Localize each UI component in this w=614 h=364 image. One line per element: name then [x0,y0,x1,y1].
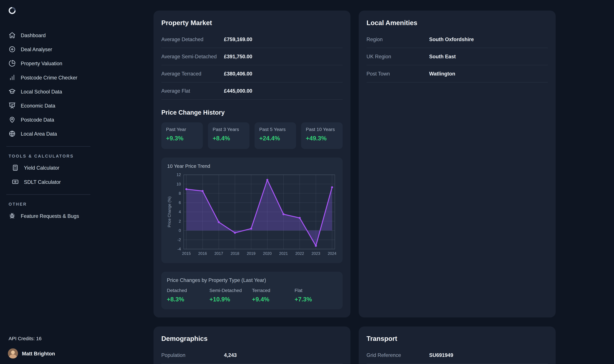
info-row: Grid Reference SU691949 [366,347,548,364]
card-title: Demographics [161,335,343,343]
svg-text:4: 4 [179,210,181,214]
svg-text:0: 0 [179,228,181,233]
sidebar-item-economic-data[interactable]: Economic Data [6,99,96,113]
svg-text:-2: -2 [178,238,181,242]
sidebar-item-postcode-data[interactable]: Postcode Data [6,113,96,127]
svg-text:12: 12 [177,173,181,177]
svg-text:2016: 2016 [198,251,207,256]
sidebar-item-sdlt-calculator[interactable]: SDLT Calculator [6,175,96,189]
app: Dashboard Deal Analyser Property Valuati… [0,0,614,364]
stat-past-10-years: Past 10 Years +49.3% [301,122,343,149]
sidebar-footer: API Credits: 16 Matt Brighton [6,336,96,359]
svg-text:10: 10 [177,182,181,186]
pie-chart-icon [9,60,16,67]
graduation-cap-icon [9,88,16,95]
info-label: Region [366,36,429,42]
stat-value: +8.4% [212,135,245,142]
stat-label: Past 3 Years [212,127,245,132]
stat-label: Terraced [252,288,294,293]
by-type-flat: Flat +7.3% [294,288,337,303]
info-label: Average Terraced [161,71,224,77]
info-value: £391,750.00 [224,53,343,59]
card-title: Local Amenities [366,19,548,27]
info-label: Average Detached [161,36,224,42]
card-title: Transport [366,335,548,343]
plus-circle-icon [9,46,16,53]
by-type-title: Price Changes by Property Type (Last Yea… [167,277,337,283]
price-change-stats: Past Year +9.3% Past 3 Years +8.4% Past … [161,122,343,149]
info-row: Average Semi-Detached £391,750.00 [161,48,343,65]
by-type-terraced: Terraced +9.4% [252,288,294,303]
presentation-chart-icon [9,102,16,109]
stat-label: Flat [294,288,337,293]
info-value: South East [429,53,548,59]
map-pin-icon [9,116,16,123]
bug-icon [9,212,16,219]
user-profile[interactable]: Matt Brighton [6,348,96,359]
info-label: Average Flat [161,88,224,94]
svg-text:2020: 2020 [263,251,272,256]
api-credits: API Credits: 16 [9,336,96,341]
main-content: Property Market Average Detached £759,16… [102,0,614,364]
transport-card: Transport Grid Reference SU691949 [359,326,556,364]
svg-text:6: 6 [179,200,181,205]
info-value: 4,243 [224,352,343,358]
sidebar-item-property-valuation[interactable]: Property Valuation [6,56,96,70]
svg-text:2015: 2015 [182,251,191,256]
info-label: Post Town [366,71,429,77]
logo-icon [8,6,16,15]
sidebar-item-dashboard[interactable]: Dashboard [6,28,96,42]
info-value: Watlington [429,71,548,77]
sidebar-item-yield-calculator[interactable]: Yield Calculator [6,161,96,175]
app-logo[interactable] [8,6,16,15]
sidebar-item-label: Dashboard [21,32,46,38]
avatar [8,348,18,359]
bar-chart-icon [9,74,16,81]
info-row: Population 4,243 [161,347,343,364]
info-value: South Oxfordshire [429,36,548,42]
info-label: Population [161,352,224,358]
by-type-detached: Detached +8.3% [167,288,209,303]
sidebar-item-local-area-data[interactable]: Local Area Data [6,127,96,141]
stat-value: +9.4% [252,296,294,303]
property-market-card: Property Market Average Detached £759,16… [154,11,350,317]
price-changes-by-type-panel: Price Changes by Property Type (Last Yea… [161,272,343,309]
stat-past-5-years: Past 5 Years +24.4% [255,122,296,149]
stat-value: +24.4% [259,135,291,142]
svg-text:2017: 2017 [214,251,223,256]
price-change-history-heading: Price Change History [161,109,343,116]
sidebar-item-label: Deal Analyser [21,46,52,52]
svg-text:8: 8 [179,191,181,195]
sidebar-item-local-school-data[interactable]: Local School Data [6,84,96,98]
info-row: Post Town Watlington [366,65,548,82]
stat-value: +10.9% [209,296,252,303]
sidebar-item-label: Local School Data [21,89,62,94]
sidebar-divider [6,194,90,195]
svg-text:2018: 2018 [231,251,239,256]
svg-text:2021: 2021 [279,251,288,256]
trend-chart: -4-2024681012201520162017201820192020202… [167,172,338,259]
banknote-icon [12,178,19,185]
sidebar-divider [6,146,90,146]
info-value: £759,169.00 [224,36,343,42]
stat-label: Past 10 Years [306,127,338,132]
user-name: Matt Brighton [22,351,55,356]
info-label: UK Region [366,53,429,59]
info-value: £380,406.00 [224,71,343,77]
by-type-semi-detached: Semi-Detached +10.9% [209,288,252,303]
sidebar-item-postcode-crime-checker[interactable]: Postcode Crime Checker [6,70,96,84]
stat-value: +7.3% [294,296,337,303]
info-value: SU691949 [429,352,548,358]
stat-value: +49.3% [306,135,338,142]
sidebar-item-feature-requests[interactable]: Feature Requests & Bugs [6,209,96,223]
stat-value: +8.3% [167,296,209,303]
svg-text:2024: 2024 [328,251,336,256]
stat-value: +9.3% [166,135,198,142]
card-title: Property Market [161,19,343,27]
chart-title: 10 Year Price Trend [167,164,338,169]
sidebar-item-label: Property Valuation [21,60,62,66]
sidebar-nav: Dashboard Deal Analyser Property Valuati… [6,28,96,141]
sidebar-item-label: Local Area Data [21,131,57,137]
sidebar-item-deal-analyser[interactable]: Deal Analyser [6,42,96,56]
stat-past-3-years: Past 3 Years +8.4% [208,122,250,149]
